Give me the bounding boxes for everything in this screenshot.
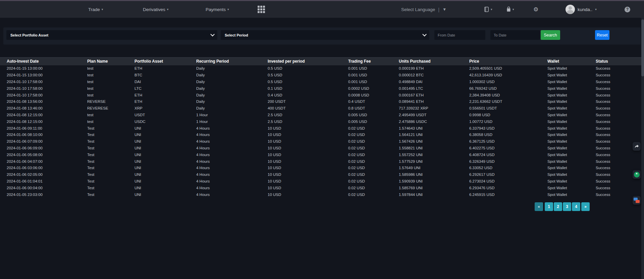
table-cell: Test bbox=[87, 138, 135, 145]
table-row: 2024-01-08 13:46:00REVERESEXRPDaily400 U… bbox=[0, 105, 641, 112]
table-cell: 6.292617 USD bbox=[469, 171, 547, 178]
table-cell: Success bbox=[596, 178, 641, 185]
table-cell: 10 USD bbox=[268, 185, 348, 191]
pagination-page-button[interactable]: 2 bbox=[554, 202, 562, 211]
column-header: Recurring Period bbox=[196, 58, 268, 65]
table-cell: 10 USD bbox=[268, 191, 348, 198]
table-cell: UNI bbox=[135, 151, 196, 158]
column-header: Wallet bbox=[547, 58, 596, 65]
table-cell: 1 Hour bbox=[196, 118, 268, 125]
table-cell: 1.567426 UNI bbox=[399, 138, 469, 145]
table-cell: Test bbox=[87, 185, 135, 191]
auto-invest-history-page: Trade ▾ Derivatives ▾ Payments ▾ Select … bbox=[0, 0, 644, 279]
table-cell: 0.005 USD bbox=[348, 118, 399, 125]
column-header: Units Purchased bbox=[399, 58, 469, 65]
table-cell: 0.089441 ETH bbox=[399, 98, 469, 105]
table-cell: Spot Wallet bbox=[547, 191, 596, 198]
table-cell: 0.000167 ETH bbox=[399, 92, 469, 98]
table-cell: 0.0002 USD bbox=[348, 85, 399, 92]
table-cell: UNI bbox=[135, 125, 196, 132]
table-cell: 6.367125 USD bbox=[469, 138, 547, 145]
table-cell: 6.273024 USD bbox=[469, 178, 547, 185]
table-cell: 2024-01-10 17:58:00 bbox=[0, 78, 87, 85]
orders-menu-button[interactable]: ▾ bbox=[484, 1, 492, 18]
nav-menu-payments[interactable]: Payments ▾ bbox=[206, 1, 229, 18]
table-cell: Spot Wallet bbox=[547, 65, 596, 72]
separator: | bbox=[438, 7, 439, 12]
table-cell: 0.02 USD bbox=[348, 178, 399, 185]
table-cell: Spot Wallet bbox=[547, 164, 596, 171]
table-cell: Spot Wallet bbox=[547, 158, 596, 165]
column-header: Plan Name bbox=[87, 58, 135, 65]
share-widget-button[interactable] bbox=[633, 142, 641, 151]
table-cell: Spot Wallet bbox=[547, 125, 596, 132]
settings-button[interactable]: ⚙ bbox=[533, 1, 538, 18]
table-cell: Spot Wallet bbox=[547, 118, 596, 125]
table-row: 2024-01-10 17:58:00testDAIDaily0.5 USD0.… bbox=[0, 78, 641, 85]
table-cell: Daily bbox=[196, 85, 268, 92]
apps-grid-icon[interactable] bbox=[258, 6, 265, 13]
table-cell: 2024-01-08 12:15:00 bbox=[0, 112, 87, 118]
table-cell: 2024-01-06 00:04:00 bbox=[0, 185, 87, 191]
table-cell: 10 USD bbox=[268, 145, 348, 151]
pagination-prev-button[interactable]: « bbox=[535, 202, 543, 211]
table-cell: ETH bbox=[135, 65, 196, 72]
reset-button[interactable]: Reset bbox=[595, 30, 609, 40]
table-row: 2024-01-08 12:15:00testUSDC1 Hour2.5 USD… bbox=[0, 118, 641, 125]
nav-menu-trade[interactable]: Trade ▾ bbox=[88, 1, 103, 18]
table-cell: Spot Wallet bbox=[547, 85, 596, 92]
table-cell: 2024-01-08 13:56:00 bbox=[0, 98, 87, 105]
table-cell: 2024-01-08 12:15:00 bbox=[0, 118, 87, 125]
shopping-bag-icon bbox=[506, 6, 511, 12]
portfolio-asset-select[interactable]: Select Portfolio Asset bbox=[6, 30, 217, 40]
pagination-page-button[interactable]: 4 bbox=[572, 202, 580, 211]
from-date-input[interactable] bbox=[438, 33, 482, 37]
table-cell: 2,384.39408 USD bbox=[469, 92, 547, 98]
table-cell: Spot Wallet bbox=[547, 78, 596, 85]
table-cell: Test bbox=[87, 151, 135, 158]
table-cell: DAI bbox=[135, 78, 196, 85]
nav-menu-derivatives[interactable]: Derivatives ▾ bbox=[143, 1, 168, 18]
table-cell: 0.02 USD bbox=[348, 164, 399, 171]
help-button[interactable]: ? bbox=[625, 1, 630, 18]
chevron-down-icon: ▾ bbox=[491, 8, 492, 11]
table-cell: Spot Wallet bbox=[547, 145, 596, 151]
table-cell: 10 USD bbox=[268, 171, 348, 178]
wallet-menu-button[interactable]: ▾ bbox=[506, 1, 514, 18]
table-row: 2024-01-10 17:58:00testLTCDaily0.1 USD0.… bbox=[0, 85, 641, 92]
table-cell: Success bbox=[596, 98, 641, 105]
table-cell: 0.02 USD bbox=[348, 158, 399, 165]
table-cell: 6.38058 USD bbox=[469, 131, 547, 138]
period-select[interactable]: Select Period bbox=[221, 30, 429, 40]
table-cell: test bbox=[87, 92, 135, 98]
column-header: Status bbox=[596, 58, 641, 65]
pagination-page-button[interactable]: 3 bbox=[563, 202, 571, 211]
table-cell: UNI bbox=[135, 131, 196, 138]
table-cell: ETH bbox=[135, 92, 196, 98]
table-cell: UNI bbox=[135, 145, 196, 151]
page-scrollbar[interactable] bbox=[641, 18, 644, 279]
pagination-next-button[interactable]: » bbox=[581, 202, 590, 211]
language-selector[interactable]: Select Language | ▼ bbox=[401, 1, 446, 18]
gear-icon: ⚙ bbox=[533, 6, 538, 13]
table-cell: Success bbox=[596, 112, 641, 118]
table-cell: 0.5 USD bbox=[268, 78, 348, 85]
table-cell: 2,231.63662 USDT bbox=[469, 98, 547, 105]
feedback-widget-button[interactable] bbox=[633, 196, 641, 205]
chat-assistant-widget-button[interactable]: * bbox=[633, 170, 641, 179]
table-cell: USDT bbox=[135, 112, 196, 118]
pagination-page-button[interactable]: 1 bbox=[545, 202, 553, 211]
table-body: 2024-01-15 13:00:00testETHDaily0.5 USD0.… bbox=[0, 65, 641, 198]
column-header: Invested per period bbox=[268, 58, 348, 65]
search-button[interactable]: Search bbox=[541, 30, 560, 40]
table-cell: 0.000199 ETH bbox=[399, 65, 469, 72]
scrollbar-thumb[interactable] bbox=[641, 19, 644, 76]
table-cell: LTC bbox=[135, 85, 196, 92]
table-row: 2024-01-06 02:05:00TestUNI4 Hours10 USD0… bbox=[0, 171, 641, 178]
table-cell: 4 Hours bbox=[196, 191, 268, 198]
to-date-input[interactable] bbox=[494, 33, 537, 37]
user-account-menu[interactable]: kunda.. ▾ bbox=[566, 1, 597, 18]
table-cell: Success bbox=[596, 158, 641, 165]
table-cell: Success bbox=[596, 185, 641, 191]
table-cell: 2024-01-05 23:03:00 bbox=[0, 191, 87, 198]
